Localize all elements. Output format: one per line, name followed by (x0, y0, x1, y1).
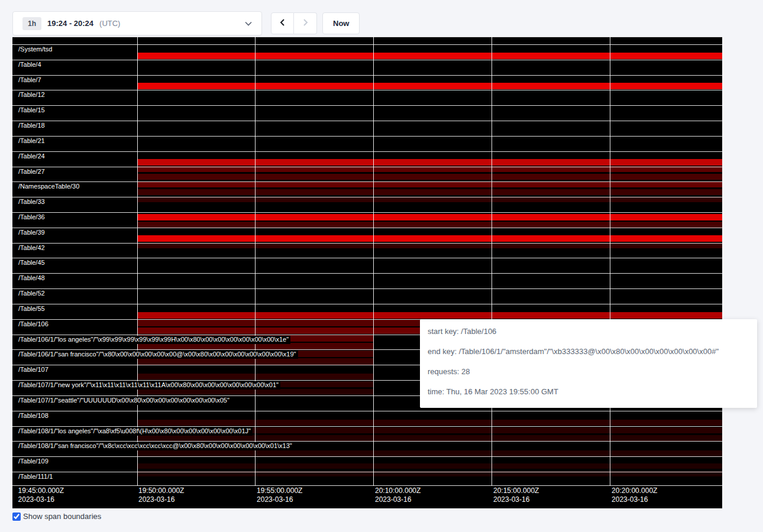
duration-badge: 1h (22, 17, 41, 30)
span-key-label: /Table/108/1/"los angeles"/"\xa8\xf5\u00… (18, 427, 253, 436)
x-axis-date: 2023-03-16 (612, 495, 657, 504)
x-axis-label: 19:55:00.000Z2023-03-16 (257, 486, 302, 504)
span-key-label: /Table/27 (18, 168, 47, 176)
span-boundary-line (12, 167, 722, 167)
span-boundary-line (12, 212, 722, 213)
x-axis-time: 20:20:00.000Z (612, 486, 657, 495)
show-span-boundaries-label[interactable]: Show span boundaries (23, 512, 101, 521)
x-axis-label: 20:10:00.000Z2023-03-16 (375, 486, 421, 504)
span-key-label: /Table/107/1/"new york"/"\x11\x11\x11\x1… (18, 381, 280, 390)
span-key-label: /Table/12 (18, 91, 47, 99)
tooltip-line: time: Thu, 16 Mar 2023 19:55:00 GMT (428, 388, 749, 396)
time-range-select[interactable]: 1h 19:24 - 20:24 (UTC) (12, 11, 262, 35)
heatmap-band[interactable] (137, 181, 722, 187)
heatmap-band[interactable] (137, 189, 722, 195)
span-key-label: /Table/39 (18, 229, 47, 237)
heatmap-band[interactable] (137, 450, 722, 456)
span-key-label: /Table/106/1/"los angeles"/"\x99\x99\x99… (18, 336, 290, 344)
timezone-label: (UTC) (99, 19, 120, 28)
span-key-label: /Table/45 (18, 259, 47, 267)
chevron-right-icon (301, 18, 309, 28)
x-axis-label: 19:50:00.000Z2023-03-16 (138, 486, 184, 504)
heatmap-band[interactable] (137, 214, 722, 220)
span-boundary-line (12, 75, 722, 76)
span-key-label: /Table/109 (18, 458, 50, 466)
span-key-label: /Table/36 (18, 213, 47, 222)
time-nav-group (271, 12, 317, 34)
span-boundary-line (12, 37, 722, 37)
heatmap-band[interactable] (137, 174, 722, 180)
x-axis-date: 2023-03-16 (493, 495, 539, 504)
span-key-label: /Table/52 (18, 290, 47, 298)
chevron-down-icon (245, 21, 252, 26)
time-range-label: 19:24 - 20:24 (47, 19, 93, 28)
tooltip-line: start key: /Table/106 (428, 327, 749, 336)
toolbar: 1h 19:24 - 20:24 (UTC) Now (12, 11, 360, 35)
hover-tooltip: start key: /Table/106end key: /Table/106… (420, 319, 757, 408)
tooltip-line: end key: /Table/106/1/"amsterdam"/"\xb33… (428, 348, 749, 356)
span-boundary-line (12, 426, 722, 427)
span-boundary-line (12, 181, 722, 182)
heatmap-band[interactable] (137, 235, 722, 242)
span-key-label: /Table/21 (18, 137, 47, 145)
span-boundary-line (12, 258, 722, 258)
heatmap-band[interactable] (137, 312, 722, 319)
span-key-label: /Table/106/1/"san francisco"/"\x80\x00\x… (18, 351, 298, 359)
footer: Show span boundaries (12, 512, 101, 521)
heatmap-band[interactable] (137, 463, 722, 469)
heatmap-band[interactable] (137, 197, 722, 202)
heatmap-band[interactable] (137, 159, 722, 166)
span-boundary-line (12, 121, 722, 121)
span-boundary-line (12, 105, 722, 106)
span-boundary-line (12, 60, 722, 60)
x-axis-time: 19:55:00.000Z (257, 486, 302, 495)
heatmap-band[interactable] (137, 243, 722, 248)
x-axis-time: 20:15:00.000Z (493, 486, 539, 495)
span-boundary-line (12, 472, 722, 472)
next-time-button[interactable] (294, 12, 317, 34)
span-key-label: /Table/108 (18, 412, 50, 420)
span-key-label: /Table/15 (18, 106, 47, 115)
key-visualizer-canvas[interactable]: /System/tsd/Table/4/Table/7/Table/12/Tab… (12, 37, 722, 508)
span-key-label: /System/tsd (18, 46, 54, 54)
time-gridline (373, 37, 374, 486)
time-gridline (255, 37, 256, 486)
x-axis-time: 20:10:00.000Z (375, 486, 421, 495)
x-axis-date: 2023-03-16 (375, 495, 421, 504)
span-boundary-line (12, 136, 722, 137)
span-key-label: /Table/24 (18, 153, 47, 161)
time-gridline (137, 37, 138, 486)
chevron-left-icon (279, 18, 287, 28)
x-axis-time: 19:50:00.000Z (138, 486, 184, 495)
prev-time-button[interactable] (271, 12, 294, 34)
heatmap-band[interactable] (137, 420, 722, 426)
span-boundary-line (12, 44, 722, 45)
span-boundary-line (12, 228, 722, 228)
span-key-label: /Table/107/1/"seattle"/"UUUUUUD\x00\x80\… (18, 397, 231, 405)
span-key-label: /Table/106 (18, 320, 50, 329)
heatmap-band[interactable] (137, 83, 722, 89)
heatmap-band[interactable] (137, 222, 722, 228)
span-boundary-line (12, 456, 722, 457)
time-gridline (610, 37, 610, 486)
heatmap-band[interactable] (137, 435, 722, 441)
span-key-label: /Table/18 (18, 122, 47, 130)
heatmap-band[interactable] (137, 53, 722, 59)
x-axis-label: 20:15:00.000Z2023-03-16 (493, 486, 539, 504)
span-key-label: /Table/107 (18, 366, 50, 374)
span-boundary-line (12, 273, 722, 274)
x-axis-date: 2023-03-16 (257, 495, 302, 504)
show-span-boundaries-checkbox[interactable] (12, 512, 21, 521)
x-axis-date: 2023-03-16 (138, 495, 184, 504)
span-key-label: /Table/33 (18, 198, 47, 206)
span-key-label: /NamespaceTable/30 (18, 183, 81, 191)
x-axis-label: 19:45:00.000Z2023-03-16 (18, 486, 64, 504)
x-axis-time: 19:45:00.000Z (18, 486, 64, 495)
span-boundary-line (12, 304, 722, 304)
span-boundary-line (12, 288, 722, 289)
now-button[interactable]: Now (322, 12, 360, 34)
span-boundary-line (12, 151, 722, 152)
span-boundary-line (12, 411, 722, 411)
span-boundary-line (12, 197, 722, 197)
span-boundary-line (12, 485, 722, 486)
